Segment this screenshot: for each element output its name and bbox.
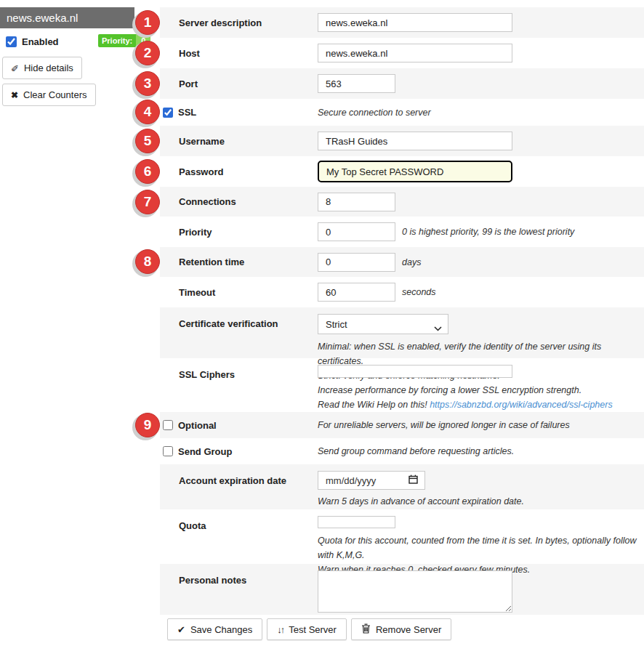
row-certificate-verification: Certificate verification Strict Minimal:… (160, 307, 644, 358)
callout-badge-5: 5 (135, 129, 160, 153)
optional-checkbox[interactable] (163, 420, 173, 430)
calendar-icon (408, 475, 418, 486)
retention-unit: days (402, 257, 421, 267)
row-connections: Connections (160, 187, 644, 217)
username-label: Username (179, 136, 318, 147)
quota-note-1: Quota for this account, counted from the… (318, 533, 644, 562)
row-send-group: Send Group Send group command before req… (160, 438, 644, 464)
test-server-label: Test Server (289, 624, 337, 635)
quota-label: Quota (179, 516, 318, 564)
pencil-icon: ✎ (11, 62, 19, 73)
callout-badge-4: 4 (135, 100, 160, 124)
priority-note: 0 is highest priority, 99 is the lowest … (402, 227, 574, 237)
account-expiration-date-input[interactable]: mm/dd/yyyy (318, 471, 425, 490)
footer-actions: ✔ Save Changes ↓↑ Test Server Remove Ser… (167, 618, 451, 640)
enabled-checkbox-row[interactable]: Enabled (6, 36, 59, 47)
optional-note: For unreliable servers, will be ignored … (318, 420, 570, 430)
clear-counters-button[interactable]: ✖ Clear Counters (2, 84, 96, 106)
row-port: Port (160, 68, 644, 99)
callout-badge-9: 9 (135, 413, 160, 437)
certificate-verification-select[interactable]: Strict (318, 314, 448, 334)
server-description-input[interactable] (318, 13, 512, 32)
timeout-unit: seconds (402, 287, 436, 297)
port-input[interactable] (318, 74, 395, 93)
host-label: Host (179, 48, 318, 59)
callout-badge-8: 8 (135, 249, 160, 274)
ssl-ciphers-label: SSL Ciphers (179, 365, 318, 412)
row-account-expiration: Account expiration date mm/dd/yyyy Warn … (160, 464, 644, 509)
row-timeout: Timeout seconds (160, 277, 644, 307)
server-config-page: news.eweka.nl Enabled Priority: 0 ✎ Hide… (0, 0, 644, 646)
priority-input[interactable] (318, 222, 395, 241)
row-ssl: SSL Secure connection to server (160, 99, 644, 126)
ssl-ciphers-wiki-link[interactable]: https://sabnzbd.org/wiki/advanced/ssl-ci… (430, 400, 613, 410)
callout-badge-6: 6 (135, 159, 160, 184)
row-host: Host (160, 38, 644, 68)
date-placeholder: mm/dd/yyyy (326, 475, 376, 486)
enabled-checkbox[interactable] (6, 36, 17, 47)
enabled-label: Enabled (22, 36, 59, 47)
remove-server-button[interactable]: Remove Server (351, 618, 451, 640)
username-input[interactable] (318, 132, 512, 150)
send-group-label: Send Group (178, 446, 318, 457)
account-expiration-label: Account expiration date (179, 471, 318, 509)
timeout-label: Timeout (179, 287, 318, 298)
send-group-checkbox[interactable] (163, 446, 173, 456)
callout-badge-3: 3 (135, 71, 160, 96)
callout-badge-7: 7 (135, 190, 160, 214)
callout-badge-1: 1 (135, 10, 160, 35)
row-priority: Priority 0 is highest priority, 99 is th… (160, 217, 644, 247)
row-retention: Retention time days (160, 247, 644, 277)
port-label: Port (179, 78, 318, 89)
password-label: Password (179, 166, 318, 177)
server-name-header: news.eweka.nl (0, 7, 134, 28)
priority-label: Priority (179, 227, 318, 238)
ssl-ciphers-input[interactable] (318, 365, 512, 378)
connections-label: Connections (179, 196, 318, 207)
row-username: Username (160, 126, 644, 156)
host-input[interactable] (318, 44, 512, 62)
test-server-button[interactable]: ↓↑ Test Server (267, 618, 347, 640)
retention-input[interactable] (318, 253, 395, 272)
ssl-note: Secure connection to server (318, 108, 431, 118)
ssl-checkbox[interactable] (163, 108, 173, 118)
server-settings-form: Server description Host Port SSL Secure … (160, 7, 644, 615)
account-expiration-note: Warn 5 days in advance of account expira… (318, 494, 524, 509)
hide-details-label: Hide details (24, 62, 73, 73)
server-description-label: Server description (179, 17, 318, 28)
personal-notes-textarea[interactable] (318, 570, 512, 613)
quota-input[interactable] (318, 516, 395, 528)
ssl-label: SSL (178, 107, 318, 118)
row-optional: Optional For unreliable servers, will be… (160, 412, 644, 438)
certificate-note-1: Minimal: when SSL is enabled, verify the… (318, 339, 644, 368)
connections-input[interactable] (318, 193, 395, 211)
trash-icon (361, 623, 371, 636)
check-icon: ✔ (177, 624, 185, 635)
clear-counters-label: Clear Counters (23, 89, 86, 100)
send-group-note: Send group command before requesting art… (318, 446, 514, 456)
retention-label: Retention time (179, 257, 318, 267)
up-down-arrows-icon: ↓↑ (277, 624, 283, 635)
hide-details-button[interactable]: ✎ Hide details (2, 57, 82, 79)
optional-label: Optional (178, 420, 318, 431)
save-changes-label: Save Changes (190, 624, 252, 635)
personal-notes-label: Personal notes (179, 570, 318, 615)
timeout-input[interactable] (318, 283, 395, 302)
ssl-ciphers-note-2: Read the Wiki Help on this! https://sabn… (318, 397, 613, 412)
password-input[interactable] (318, 161, 512, 182)
ssl-ciphers-note-1: Increase performance by forcing a lower … (318, 383, 613, 397)
row-ssl-ciphers: SSL Ciphers Increase performance by forc… (160, 358, 644, 412)
ssl-ciphers-note-2-text: Read the Wiki Help on this! (318, 400, 427, 410)
row-quota: Quota Quota for this account, counted fr… (160, 509, 644, 564)
row-password: Password (160, 156, 644, 187)
save-changes-button[interactable]: ✔ Save Changes (167, 618, 262, 640)
callout-badge-2: 2 (135, 41, 160, 65)
priority-badge-label: Priority: (98, 34, 136, 47)
certificate-verification-label: Certificate verification (179, 314, 318, 358)
remove-server-label: Remove Server (376, 624, 441, 635)
row-server-description: Server description (160, 7, 644, 38)
x-icon: ✖ (11, 90, 18, 100)
